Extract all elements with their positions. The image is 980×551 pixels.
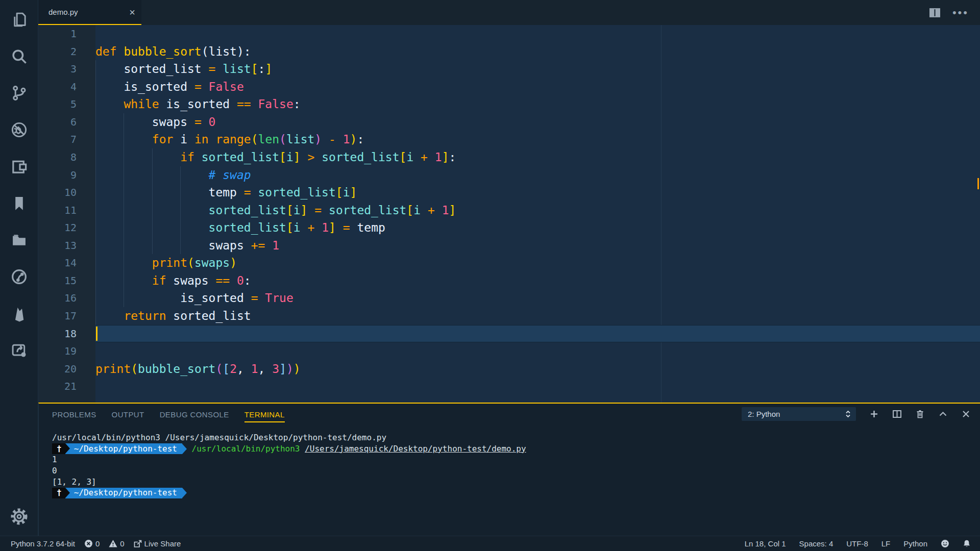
activity-bookmarks-button[interactable] [0,185,38,221]
activity-extensions-button[interactable] [0,148,38,185]
terminal-line: †~/Desktop/python-test /usr/local/bin/py… [52,443,980,455]
code-line[interactable]: 10 temp = sorted_list[i] [38,184,980,202]
bookmark-icon [10,194,28,212]
code-text: sorted_list = list[:] [95,60,980,78]
gitlens-icon [10,268,28,286]
line-number: 14 [38,254,95,272]
line-number: 17 [38,307,95,325]
maximize-panel-button[interactable] [938,409,948,419]
code-line[interactable]: 16 is_sorted = True [38,289,980,307]
activity-gitlens-button[interactable] [0,258,38,295]
terminal-command [300,443,305,455]
status-eol[interactable]: LF [881,539,891,548]
panel-controls: 2: Python [742,407,971,421]
code-line[interactable]: 13 swaps += 1 [38,237,980,255]
code-text: sorted_list[i] = sorted_list[i + 1] [95,202,980,219]
code-text [95,325,980,343]
status-warnings[interactable]: 0 [109,539,124,548]
status-label: Python 3.7.2 64-bit [11,539,75,548]
code-line[interactable]: 7 for i in range(len(list) - 1): [38,131,980,148]
status-python-interpreter[interactable]: Python 3.7.2 64-bit [11,539,75,548]
activity-explorer-button[interactable] [0,1,38,38]
code-text: is_sorted = True [95,289,980,307]
tab-demo-py[interactable]: demo.py × [38,0,141,25]
status-language-mode[interactable]: Python [903,539,927,548]
line-number: 8 [38,148,95,166]
code-line[interactable]: 1 [38,25,980,43]
code-line[interactable]: 17 return sorted_list [38,307,980,325]
firebase-icon [10,305,28,322]
code-line[interactable]: 9 # swap [38,166,980,184]
terminal-text: 0 [52,465,57,477]
prompt-arrow [182,444,187,454]
code-text: print(swaps) [95,254,980,272]
kill-terminal-button[interactable] [915,409,925,419]
code-line[interactable]: 14 print(swaps) [38,254,980,272]
activity-live-share-button[interactable] [0,332,38,368]
code-editor[interactable]: 12def bubble_sort(list):3 sorted_list = … [38,25,980,403]
split-editor-icon[interactable] [929,8,940,17]
editor-actions: ••• [929,0,980,25]
smiley-icon [941,539,949,548]
activity-settings-button[interactable] [0,498,38,535]
panel-tab-terminal[interactable]: TERMINAL [244,410,285,422]
source-control-icon [10,84,28,102]
activity-firebase-button[interactable] [0,295,38,332]
line-number: 6 [38,113,95,131]
status-notifications[interactable] [963,539,971,548]
folder-icon [10,231,28,249]
status-encoding[interactable]: UTF-8 [846,539,868,548]
status-live-share[interactable]: Live Share [134,539,181,548]
line-number: 13 [38,237,95,255]
code-line[interactable]: 5 while is_sorted == False: [38,95,980,113]
status-indentation[interactable]: Spaces: 4 [799,539,834,548]
prompt-directory: ~/Desktop/python-test [65,488,182,498]
terminal-link[interactable]: /Users/jamesquick/Desktop/python-test/de… [305,443,526,455]
code-line[interactable]: 19 [38,342,980,360]
panel-tab-output[interactable]: OUTPUT [112,410,144,422]
status-errors[interactable]: 0 [84,539,100,548]
status-label: UTF-8 [846,539,868,548]
tab-close-icon[interactable]: × [129,7,135,17]
code-line[interactable]: 4 is_sorted = False [38,78,980,96]
search-icon [10,47,28,65]
panel-tab-problems[interactable]: PROBLEMS [52,410,96,422]
split-terminal-button[interactable] [892,409,902,419]
line-number: 1 [38,25,95,43]
code-line[interactable]: 8 if sorted_list[i] > sorted_list[i + 1]… [38,148,980,166]
terminal-line: 1 [52,454,980,465]
code-line[interactable]: 18 [38,325,980,343]
line-number: 11 [38,202,95,219]
code-text: return sorted_list [95,307,980,325]
status-cursor-position[interactable]: Ln 18, Col 1 [745,539,786,548]
terminal-command [187,443,192,455]
code-line[interactable]: 3 sorted_list = list[:] [38,60,980,78]
activity-source-control-button[interactable] [0,74,38,111]
panel-tab-debug-console[interactable]: DEBUG CONSOLE [160,410,229,422]
live-share-icon [134,540,142,548]
code-line[interactable]: 15 if swaps == 0: [38,272,980,290]
code-line[interactable]: 2def bubble_sort(list): [38,43,980,61]
code-text: while is_sorted == False: [95,95,980,113]
code-line[interactable]: 11 sorted_list[i] = sorted_list[i + 1] [38,202,980,219]
terminal-line: /usr/local/bin/python3 /Users/jamesquick… [52,432,980,443]
more-actions-icon[interactable]: ••• [952,6,969,19]
bottom-panel: PROBLEMSOUTPUTDEBUG CONSOLETERMINAL 2: P… [38,403,980,536]
code-line[interactable]: 20print(bubble_sort([2, 1, 3])) [38,360,980,378]
new-terminal-button[interactable] [869,409,879,419]
plus-icon [869,409,879,419]
code-line[interactable]: 6 swaps = 0 [38,113,980,131]
close-panel-button[interactable] [961,409,971,419]
status-label: LF [881,539,891,548]
activity-project-manager-button[interactable] [0,221,38,258]
status-feedback[interactable] [941,539,949,548]
activity-debug-button[interactable] [0,111,38,148]
activity-search-button[interactable] [0,38,38,74]
code-line[interactable]: 12 sorted_list[i + 1] = temp [38,219,980,237]
vscode-window: demo.py × ••• 12def bubble_sort(list):3 … [0,0,980,551]
gear-icon [10,508,28,525]
code-line[interactable]: 21 [38,378,980,395]
terminal-selector[interactable]: 2: Python [742,407,856,421]
error-icon [84,539,93,548]
terminal-output[interactable]: /usr/local/bin/python3 /Users/jamesquick… [39,424,980,536]
